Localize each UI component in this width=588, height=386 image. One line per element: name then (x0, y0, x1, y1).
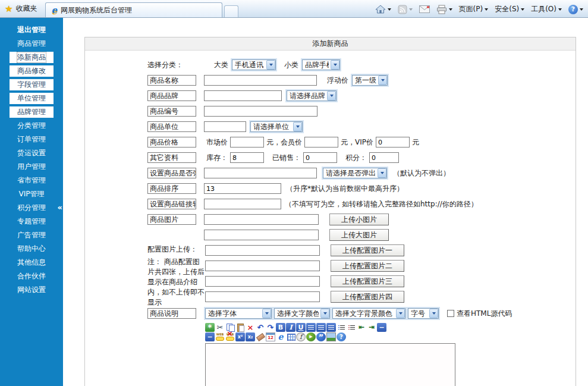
upload-config-image-2-button[interactable]: 上传配置图片二 (331, 260, 404, 272)
link-input[interactable] (204, 199, 281, 209)
browser-tab[interactable]: e 网展购物系统后台管理 (45, 2, 222, 17)
upload-config-image-4-button[interactable]: 上传配置图片四 (331, 291, 404, 303)
italic-icon[interactable]: I (286, 323, 295, 332)
favorites-button[interactable]: ★ 收藏夹 (0, 4, 44, 17)
sidebar-item-user-mgmt[interactable]: 用户管理 (0, 160, 63, 174)
table-icon[interactable] (286, 332, 295, 341)
subscript-icon[interactable]: x₂ (246, 332, 255, 341)
safety-menu[interactable]: 安全(S) (495, 4, 524, 14)
config-image-input-1[interactable] (205, 245, 320, 256)
sort-input[interactable] (204, 183, 281, 194)
feeds-button[interactable] (398, 5, 413, 14)
undo-icon[interactable]: ↶ (256, 323, 265, 332)
new-icon[interactable]: * (205, 323, 215, 332)
horizontal-rule-icon[interactable]: − (377, 323, 386, 332)
sidebar-item-province-mgmt[interactable]: 省市管理 (0, 174, 63, 187)
float-price-select[interactable]: 第一级 (352, 75, 388, 86)
text-color-select[interactable]: 选择文字颜色 (274, 308, 330, 319)
market-price-input[interactable] (230, 137, 264, 148)
cut-icon[interactable]: ✂ (215, 323, 225, 332)
font-size-select[interactable]: 字号 (408, 308, 439, 319)
sidebar-item-partners[interactable]: 合作伙伴 (0, 269, 63, 283)
text-bg-color-select[interactable]: 选择文字背景颜色 (332, 308, 405, 319)
web-unlink-icon[interactable]: WEB (225, 332, 235, 341)
sidebar-item-help-center[interactable]: 帮助中心 (0, 242, 63, 256)
stock-input[interactable] (230, 152, 264, 163)
flash-icon[interactable]: f (296, 332, 306, 341)
sidebar-item-vip-mgmt[interactable]: VIP管理 (0, 187, 63, 201)
sidebar-item-site-settings[interactable]: 网站设置 (0, 283, 63, 297)
upload-config-image-1-button[interactable]: 上传配置图片一 (331, 244, 404, 256)
sidebar-item-edit-product[interactable]: 商品修改 (0, 64, 63, 78)
font-select[interactable]: 选择字体 (205, 308, 272, 319)
view-html-checkbox[interactable] (447, 310, 454, 317)
unit-select[interactable]: 请选择单位 (250, 121, 303, 132)
config-image-input-4[interactable] (205, 291, 320, 302)
upload-config-image-3-button[interactable]: 上传配置图片三 (331, 275, 404, 287)
underline-icon[interactable]: U (296, 323, 306, 332)
small-image-input[interactable] (204, 214, 319, 225)
sidebar-item-topic-mgmt[interactable]: 专题管理 (0, 215, 63, 228)
indent-icon[interactable]: ⇥ (367, 323, 376, 332)
sidebar-item-order-mgmt[interactable]: 订单管理 (0, 133, 63, 146)
code-input[interactable] (204, 106, 317, 117)
mail-button[interactable] (419, 5, 430, 13)
image-icon[interactable] (326, 332, 336, 341)
config-image-input-2[interactable] (205, 261, 320, 271)
home-button[interactable] (375, 5, 391, 14)
name-input[interactable] (204, 75, 317, 86)
highlight-icon[interactable] (256, 332, 265, 341)
popup-select[interactable]: 请选择是否弹出 (323, 168, 387, 178)
numbered-list-icon[interactable] (347, 323, 356, 332)
sidebar-item-points-mgmt[interactable]: 积分管理 (0, 201, 63, 215)
help-button[interactable]: ? (568, 5, 583, 14)
sidebar-item-shipping[interactable]: 货运设置 (0, 146, 63, 160)
sidebar-item-field-mgmt[interactable]: 字段管理 (0, 78, 63, 92)
sidebar-item-add-product[interactable]: 添新商品 (0, 51, 63, 64)
browser-icon[interactable]: e (276, 332, 285, 341)
popup-input[interactable] (204, 168, 317, 178)
brand-input[interactable] (204, 90, 282, 101)
superscript-icon[interactable]: x² (235, 332, 245, 341)
print-button[interactable] (436, 5, 452, 14)
points-input[interactable] (369, 152, 399, 163)
align-center-icon[interactable] (316, 323, 326, 332)
upload-small-image-button[interactable]: 上传小图片 (329, 214, 389, 225)
big-image-input[interactable] (204, 230, 319, 240)
sidebar-item-category-mgmt[interactable]: 分类管理 (0, 119, 63, 133)
sold-input[interactable] (303, 152, 337, 163)
sidebar-item-ad-mgmt[interactable]: 广告管理 (0, 228, 63, 242)
insert-date-icon[interactable]: 12 (266, 332, 275, 341)
page-menu[interactable]: 页面(P) (459, 4, 489, 14)
unit-input[interactable] (204, 121, 246, 132)
description-editor-area[interactable] (205, 343, 455, 386)
bold-icon[interactable]: B (276, 323, 285, 332)
sidebar-item-other-info[interactable]: 其他信息 (0, 256, 63, 269)
sidebar-item-product-mgmt[interactable]: 商品管理 (0, 37, 63, 51)
align-right-icon[interactable] (326, 323, 336, 332)
upload-big-image-button[interactable]: 上传大图片 (329, 229, 389, 241)
brand-select[interactable]: 请选择品牌 (287, 90, 337, 101)
align-left-icon[interactable] (306, 323, 316, 332)
media-icon[interactable]: ▶ (306, 332, 316, 341)
comment-icon[interactable]: ” (316, 332, 326, 341)
delete-icon[interactable]: × (246, 323, 255, 332)
web-link-icon[interactable]: WEB (215, 332, 225, 341)
editor-help-icon[interactable]: ? (337, 332, 346, 341)
redo-icon[interactable]: ↷ (266, 323, 275, 332)
sidebar-item-exit[interactable]: 退出管理 (0, 23, 63, 37)
member-price-input[interactable] (304, 137, 338, 148)
sidebar-item-unit-mgmt[interactable]: 单位管理 (0, 92, 63, 105)
sidebar-item-brand-mgmt[interactable]: 品牌管理 (0, 105, 63, 119)
sidebar-collapse-icon[interactable]: « (58, 203, 62, 212)
split-line-icon[interactable]: − (205, 332, 215, 341)
paste-icon[interactable] (235, 323, 245, 332)
new-tab-button[interactable] (224, 5, 238, 17)
bullet-list-icon[interactable] (337, 323, 346, 332)
vip-price-input[interactable] (376, 137, 410, 148)
small-category-select[interactable]: 品牌手机 (302, 59, 340, 70)
big-category-select[interactable]: 手机通讯 (232, 59, 276, 70)
config-image-input-3[interactable] (205, 276, 320, 287)
tools-menu[interactable]: 工具(O) (531, 4, 562, 14)
outdent-icon[interactable]: ⇤ (357, 323, 366, 332)
